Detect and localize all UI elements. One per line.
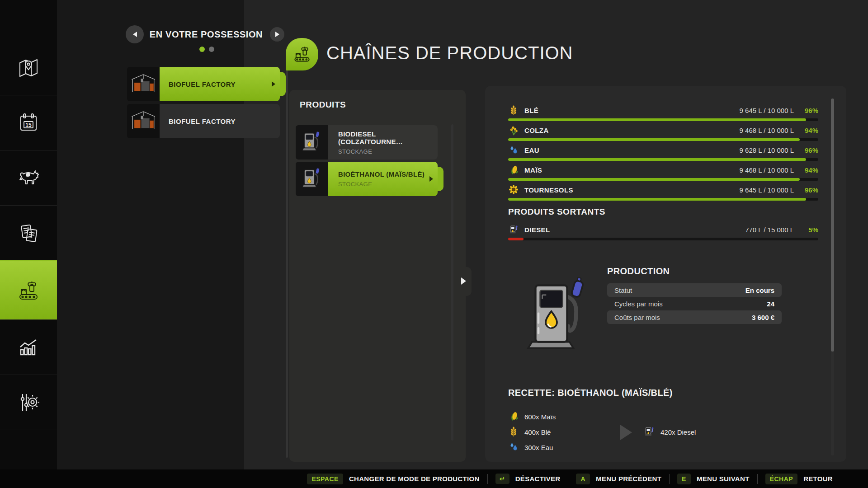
fill-value: 770 L / 15 000 L — [745, 226, 794, 234]
products-panel-title: PRODUITS — [300, 100, 346, 110]
key-e: E — [677, 474, 691, 484]
production-chain-icon — [292, 44, 312, 65]
fill-value: 9 645 L / 10 000 L — [740, 186, 794, 194]
row-value: 3 600 € — [752, 314, 774, 321]
fill-label: BLÉ — [524, 107, 538, 114]
product-item-biodiesel[interactable]: BIODIESEL (COLZA/TOURNE… STOCKAGE — [296, 125, 438, 160]
factory-list-item[interactable]: BIOFUEL FACTORY — [127, 67, 280, 101]
fill-bar — [508, 198, 818, 201]
hint-label: DÉSACTIVER — [515, 475, 561, 483]
table-row: Statut En cours — [607, 283, 782, 297]
fill-value: 9 645 L / 10 000 L — [740, 107, 794, 114]
map-icon — [16, 55, 41, 80]
sidebar-item-production[interactable] — [0, 260, 57, 320]
corn-icon — [508, 164, 519, 175]
product-name: BIOÉTHANOL (MAÏS/BLÉ) — [338, 170, 438, 178]
key-espace: ESPACE — [307, 474, 343, 484]
fill-bar — [508, 238, 818, 240]
sidebar-item-statistics[interactable] — [0, 319, 57, 375]
fill-level-row: BLÉ 9 645 L / 10 000 L 96% — [508, 104, 818, 122]
factory-list-item[interactable]: BIOFUEL FACTORY — [127, 104, 280, 138]
fill-bar — [508, 178, 818, 181]
row-label: Cycles par mois — [614, 300, 663, 308]
fill-level-row: TOURNESOLS 9 645 L / 10 000 L 96% — [508, 183, 818, 202]
owned-factories-panel: EN VOTRE POSSESSION BIOFUEL — [57, 0, 244, 469]
outputs-section-title: PRODUITS SORTANTS — [508, 207, 605, 217]
sidebar-item-animals[interactable] — [0, 150, 57, 206]
key-a: A — [576, 474, 590, 484]
sidebar-item-settings[interactable] — [0, 375, 57, 430]
corn-icon — [509, 411, 518, 423]
recipe-input-label: 300x Eau — [524, 444, 553, 451]
pagination-dot-active[interactable] — [199, 47, 205, 52]
hint-separator — [568, 474, 568, 484]
fill-label: COLZA — [524, 127, 549, 134]
hint-label: RETOUR — [803, 475, 833, 483]
hint-previous-menu[interactable]: A MENU PRÉCÉDENT — [576, 474, 661, 484]
row-value: En cours — [745, 286, 774, 294]
fuel-pump-icon — [296, 125, 328, 160]
calendar-icon: 15 — [16, 110, 41, 136]
details-scrollbar-thumb[interactable] — [831, 99, 834, 352]
recipe-input: 300x Eau — [509, 442, 553, 453]
fill-level-row: MAÏS 9 468 L / 10 000 L 94% — [508, 164, 818, 182]
recipe-arrow-icon — [620, 425, 632, 440]
hint-change-production-mode[interactable]: ESPACE CHANGER DE MODE DE PRODUCTION — [307, 474, 479, 484]
svg-text:15: 15 — [25, 122, 32, 128]
recipe-input-label: 600x Maïs — [524, 413, 556, 421]
diesel-pump-icon — [644, 426, 654, 438]
row-label: Coûts par mois — [614, 314, 660, 321]
panel-focus-arrow-icon — [461, 277, 466, 285]
page-icon-badge — [286, 38, 318, 70]
fill-percent: 5% — [794, 226, 818, 234]
sidebar-item-calendar[interactable]: 15 — [0, 95, 57, 150]
production-details-panel: BLÉ 9 645 L / 10 000 L 96% COLZA 9 468 L… — [485, 86, 846, 462]
product-item-bioethanol[interactable]: BIOÉTHANOL (MAÏS/BLÉ) STOCKAGE — [296, 162, 438, 196]
recipe-output: 420x Diesel — [644, 427, 696, 437]
recipe-input: 400x Blé — [509, 427, 551, 437]
input-hints-bar: ESPACE CHANGER DE MODE DE PRODUCTION ↵ D… — [0, 469, 868, 488]
possession-title: EN VOTRE POSSESSION — [143, 29, 269, 40]
output-fill-row: DIESEL 770 L / 15 000 L 5% — [508, 223, 818, 241]
fill-label: DIESEL — [524, 226, 550, 234]
section-divider — [508, 247, 818, 247]
fill-bar — [508, 158, 818, 161]
production-chains-screen: 15 — [0, 0, 868, 488]
row-label: Statut — [614, 286, 632, 294]
key-echap: ÉCHAP — [765, 474, 798, 484]
sidebar-item-map[interactable] — [0, 40, 57, 95]
products-scrollbar[interactable] — [451, 124, 453, 441]
fill-percent: 94% — [794, 166, 818, 174]
pagination-dot[interactable] — [209, 47, 214, 52]
product-subtitle: STOCKAGE — [338, 181, 438, 188]
factory-name: BIOFUEL FACTORY — [169, 117, 236, 125]
fill-level-row: EAU 9 628 L / 10 000 L 96% — [508, 144, 818, 162]
factory-name: BIOFUEL FACTORY — [169, 80, 236, 88]
factory-thumbnail — [127, 67, 160, 101]
possession-scrollbar[interactable] — [286, 66, 288, 458]
fill-percent: 94% — [794, 127, 818, 134]
arrow-right-icon — [275, 32, 279, 37]
panel-edge-bump — [465, 267, 472, 296]
next-page-button[interactable] — [270, 27, 284, 42]
canola-icon — [508, 125, 519, 136]
hint-label: CHANGER DE MODE DE PRODUCTION — [349, 475, 480, 483]
hint-deactivate[interactable]: ↵ DÉSACTIVER — [495, 474, 561, 484]
sunflower-icon — [508, 184, 519, 195]
recipe-input-label: 400x Blé — [524, 428, 551, 436]
diesel-pump-icon — [508, 225, 519, 235]
water-icon — [508, 145, 519, 155]
enter-icon: ↵ — [495, 474, 509, 484]
fill-label: TOURNESOLS — [524, 186, 573, 194]
settings-icon — [16, 390, 41, 415]
documents-icon — [16, 221, 41, 246]
production-status-table: Statut En cours Cycles par mois 24 Coûts… — [607, 283, 782, 324]
hint-next-menu[interactable]: E MENU SUIVANT — [677, 474, 750, 484]
fuel-pump-illustration — [523, 277, 591, 352]
table-row: Cycles par mois 24 — [607, 297, 782, 310]
fill-bar — [508, 118, 818, 121]
prev-page-button[interactable] — [126, 25, 144, 43]
fill-value: 9 468 L / 10 000 L — [740, 166, 794, 174]
hint-back[interactable]: ÉCHAP RETOUR — [765, 474, 833, 484]
sidebar-item-finances[interactable] — [0, 205, 57, 261]
